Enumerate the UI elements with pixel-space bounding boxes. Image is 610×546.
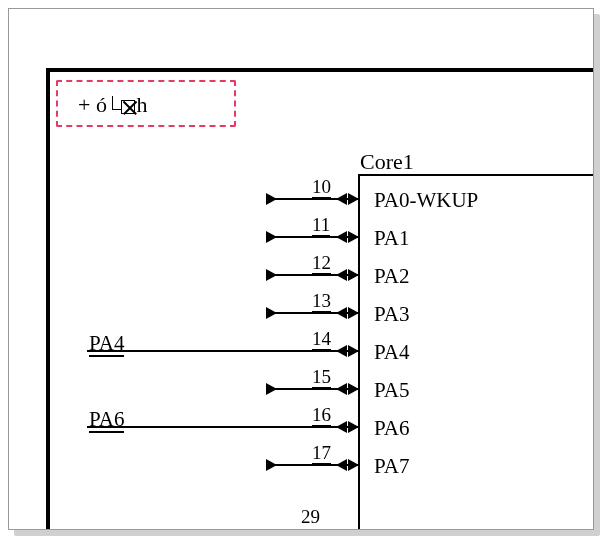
arrow-in-icon [348,459,359,471]
pin-row: 12PA2 [9,262,594,288]
pin-number: 15 [312,366,331,389]
title-text: + ó h [78,92,147,118]
pin-row: 15PA5 [9,376,594,402]
arrow-in-icon [348,269,359,281]
pin-number: 16 [312,404,331,427]
pin-name: PA2 [374,264,409,289]
pin-name: PA4 [374,340,409,365]
pin-name: PA5 [374,378,409,403]
arrow-tail-icon [266,383,277,395]
arrow-out-icon [336,231,347,243]
pin-number: 13 [312,290,331,313]
pin-number: 12 [312,252,331,275]
pin-name: PA0-WKUP [374,188,478,213]
arrow-out-icon [336,383,347,395]
arrow-tail-icon [266,307,277,319]
title-highlight-box: + ó h [56,80,236,127]
pin-name: PA3 [374,302,409,327]
pin-row: 11PA1 [9,224,594,250]
arrow-in-icon [348,307,359,319]
arrow-out-icon [336,269,347,281]
pin-row: 10PA0-WKUP [9,186,594,212]
schematic-canvas[interactable]: + ó h Core1 10PA0-WKUP11PA112PA213PA314P… [9,9,593,529]
pin-row: 13PA3 [9,300,594,326]
paper: + ó h Core1 10PA0-WKUP11PA112PA213PA314P… [8,8,594,530]
pin-number: 10 [312,176,331,199]
arrow-out-icon [336,345,347,357]
arrow-tail-icon [266,459,277,471]
title-suffix: h [136,92,147,117]
arrow-tail-icon [266,269,277,281]
arrow-in-icon [348,193,359,205]
arrow-in-icon [348,421,359,433]
pin-row: 17PA7 [9,452,594,478]
arrow-in-icon [348,383,359,395]
arrow-in-icon [348,345,359,357]
ic-reference: Core1 [360,149,414,176]
pin-number: 17 [312,442,331,465]
pin-name: PA7 [374,454,409,479]
net-label-pa6: PA6 [89,407,124,433]
title-prefix: + ó [78,92,112,117]
arrow-out-icon [336,307,347,319]
net-label-pa4: PA4 [89,331,124,357]
pin-name: PA1 [374,226,409,251]
arrow-out-icon [336,459,347,471]
arrow-in-icon [348,231,359,243]
pin-name: PA6 [374,416,409,441]
arrow-out-icon [336,421,347,433]
arrow-tail-icon [266,193,277,205]
arrow-tail-icon [266,231,277,243]
arrow-out-icon [336,193,347,205]
missing-glyph-icon [121,100,135,114]
pin-number-partial: 29 [301,506,320,528]
pin-number: 11 [312,214,330,237]
pin-number: 14 [312,328,331,351]
